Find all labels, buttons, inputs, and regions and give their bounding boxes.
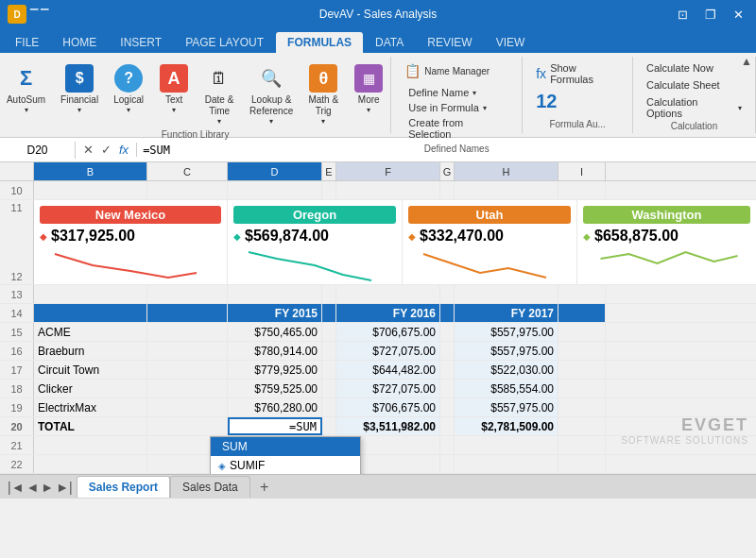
cell-i10[interactable] bbox=[558, 181, 606, 199]
cell-e13[interactable] bbox=[322, 285, 336, 303]
cell-i15[interactable] bbox=[558, 323, 606, 341]
cell-g16[interactable] bbox=[440, 342, 455, 360]
cell-g17[interactable] bbox=[440, 361, 455, 379]
cell-i13[interactable] bbox=[558, 285, 606, 303]
cell-g18[interactable] bbox=[440, 380, 455, 397]
col-header-b[interactable]: B bbox=[34, 162, 147, 180]
create-from-selection-button[interactable]: Create from Selection bbox=[403, 115, 510, 142]
name-manager-button[interactable]: 📋 Name Manager bbox=[399, 60, 495, 81]
cell-i16[interactable] bbox=[558, 342, 606, 360]
cell-h16-fy2017[interactable]: $557,975.00 bbox=[455, 342, 558, 360]
confirm-formula-button[interactable]: ✓ bbox=[99, 143, 113, 157]
logical-button[interactable]: ? Logical ▾ bbox=[108, 60, 149, 118]
cell-d17-fy2015[interactable]: $779,925.00 bbox=[228, 361, 322, 379]
col-header-d[interactable]: D bbox=[228, 162, 322, 180]
cell-h13[interactable] bbox=[455, 285, 558, 303]
cell-b18-company[interactable]: Clicker bbox=[34, 380, 147, 397]
cell-g19[interactable] bbox=[440, 398, 455, 416]
cell-d16-fy2015[interactable]: $780,914.00 bbox=[228, 342, 322, 360]
cell-c18[interactable] bbox=[147, 380, 228, 397]
cell-d10[interactable] bbox=[228, 181, 322, 199]
tab-insert[interactable]: INSERT bbox=[109, 32, 173, 53]
cell-f13[interactable] bbox=[336, 285, 440, 303]
sheet-tab-nav[interactable]: |◄ ◄ ► ►| bbox=[4, 480, 77, 495]
nav-last-icon[interactable]: ►| bbox=[56, 480, 73, 495]
cell-b14[interactable] bbox=[34, 304, 147, 322]
cell-g10[interactable] bbox=[440, 181, 455, 199]
cell-e15[interactable] bbox=[322, 323, 336, 341]
cell-c19[interactable] bbox=[147, 398, 228, 416]
cell-h15-fy2017[interactable]: $557,975.00 bbox=[455, 323, 558, 341]
autosum-button[interactable]: Σ AutoSum ▾ bbox=[1, 60, 51, 118]
cell-b17-company[interactable]: Circuit Town bbox=[34, 361, 147, 379]
cell-f20-fy2016-total[interactable]: $3,511,982.00 bbox=[336, 417, 440, 435]
calculation-options-button[interactable]: Calculation Options ▾ bbox=[641, 94, 747, 121]
cell-b13[interactable] bbox=[34, 285, 147, 303]
col-header-g[interactable]: G bbox=[440, 162, 455, 180]
cell-e20[interactable] bbox=[322, 417, 336, 435]
cell-c15[interactable] bbox=[147, 323, 228, 341]
autocomplete-item-sumif[interactable]: ◈ SUMIF bbox=[211, 456, 360, 474]
add-sheet-button[interactable]: + bbox=[254, 477, 275, 498]
cell-f18-fy2016[interactable]: $727,075.00 bbox=[336, 380, 440, 397]
cell-i22[interactable] bbox=[558, 455, 606, 473]
cell-f19-fy2016[interactable]: $706,675.00 bbox=[336, 398, 440, 416]
cell-h20-fy2017-total[interactable]: $2,781,509.00 bbox=[455, 417, 558, 435]
tab-sales-report[interactable]: Sales Report bbox=[77, 476, 170, 498]
insert-function-button[interactable]: fx bbox=[117, 143, 130, 157]
define-name-button[interactable]: Define Name ▾ bbox=[403, 85, 510, 100]
cell-h18-fy2017[interactable]: $585,554.00 bbox=[455, 380, 558, 397]
cell-d15-fy2015[interactable]: $750,465.00 bbox=[228, 323, 322, 341]
cell-b21[interactable] bbox=[34, 436, 147, 454]
cell-b15-company[interactable]: ACME bbox=[34, 323, 147, 341]
minimize-button[interactable]: ⊡ bbox=[673, 6, 693, 24]
cell-i20[interactable] bbox=[558, 417, 606, 435]
tab-data[interactable]: DATA bbox=[364, 32, 415, 53]
cell-g22[interactable] bbox=[440, 455, 455, 473]
col-header-i[interactable]: I bbox=[558, 162, 606, 180]
cell-i21[interactable] bbox=[558, 436, 606, 454]
cell-d19-fy2015[interactable]: $760,280.00 bbox=[228, 398, 322, 416]
datetime-button[interactable]: 🗓 Date & Time ▾ bbox=[198, 60, 240, 129]
autocomplete-item-sum[interactable]: SUM bbox=[211, 437, 360, 456]
cell-d14-fy2015[interactable]: FY 2015 bbox=[228, 304, 322, 322]
cell-d20-formula[interactable]: =SUM bbox=[228, 417, 322, 435]
cell-h19-fy2017[interactable]: $557,975.00 bbox=[455, 398, 558, 416]
cell-i19[interactable] bbox=[558, 398, 606, 416]
text-button[interactable]: A Text ▾ bbox=[153, 60, 195, 118]
cell-f10[interactable] bbox=[336, 181, 440, 199]
cell-e10[interactable] bbox=[322, 181, 336, 199]
tab-review[interactable]: REVIEW bbox=[416, 32, 483, 53]
cell-c14[interactable] bbox=[147, 304, 228, 322]
cell-e16[interactable] bbox=[322, 342, 336, 360]
tab-sales-data[interactable]: Sales Data bbox=[170, 476, 250, 498]
cell-g15[interactable] bbox=[440, 323, 455, 341]
cell-c10[interactable] bbox=[147, 181, 228, 199]
cell-f16-fy2016[interactable]: $727,075.00 bbox=[336, 342, 440, 360]
cell-f15-fy2016[interactable]: $706,675.00 bbox=[336, 323, 440, 341]
cell-b16-company[interactable]: Braeburn bbox=[34, 342, 147, 360]
mathtrig-button[interactable]: θ Math & Trig ▾ bbox=[302, 60, 344, 129]
financial-button[interactable]: $ Financial ▾ bbox=[55, 60, 104, 118]
cell-i14[interactable] bbox=[558, 304, 606, 322]
cell-e18[interactable] bbox=[322, 380, 336, 397]
cell-c13[interactable] bbox=[147, 285, 228, 303]
cell-e14[interactable] bbox=[322, 304, 336, 322]
cell-e17[interactable] bbox=[322, 361, 336, 379]
cell-e19[interactable] bbox=[322, 398, 336, 416]
cell-f14-fy2016[interactable]: FY 2016 bbox=[336, 304, 440, 322]
nav-next-icon[interactable]: ► bbox=[41, 480, 54, 495]
cell-i17[interactable] bbox=[558, 361, 606, 379]
cancel-formula-button[interactable]: ✕ bbox=[81, 143, 95, 157]
cell-f17-fy2016[interactable]: $644,482.00 bbox=[336, 361, 440, 379]
nav-prev-icon[interactable]: ◄ bbox=[26, 480, 40, 495]
col-header-e[interactable]: E bbox=[322, 162, 336, 180]
cell-c16[interactable] bbox=[147, 342, 228, 360]
calculate-sheet-button[interactable]: Calculate Sheet bbox=[641, 77, 726, 93]
lookup-button[interactable]: 🔍 Lookup & Reference ▾ bbox=[244, 60, 299, 129]
cell-h21[interactable] bbox=[455, 436, 558, 454]
cell-reference[interactable]: D20 bbox=[0, 142, 76, 159]
tab-pagelayout[interactable]: PAGE LAYOUT bbox=[174, 32, 275, 53]
cell-b19-company[interactable]: ElectrixMax bbox=[34, 398, 147, 416]
more-button[interactable]: ▦ More ▾ bbox=[348, 60, 389, 118]
